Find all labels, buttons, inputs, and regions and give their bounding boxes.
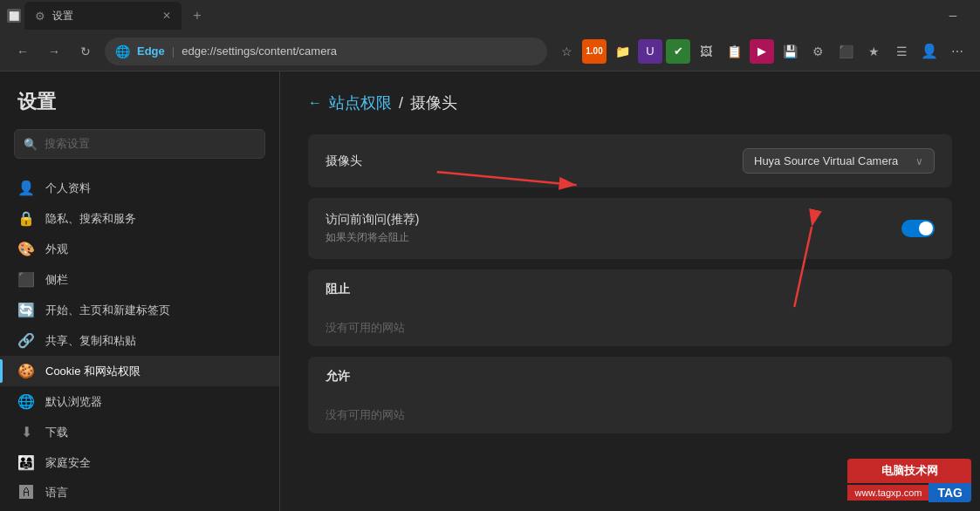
ext-clip-button[interactable]: 📋 — [722, 39, 746, 64]
sidebar-item-label: 下载 — [45, 425, 68, 440]
tab-gear-icon: ⚙ — [35, 10, 45, 23]
main-layout: 设置 🔍 搜索设置 👤 个人资料 🔒 隐私、搜索和服务 🎨 外观 ⬛ 侧栏 🔄 … — [0, 72, 980, 511]
address-separator: | — [172, 44, 175, 58]
address-globe-icon: 🌐 — [115, 44, 130, 58]
block-empty: 没有可用的网站 — [308, 310, 952, 346]
sidebar-item-family[interactable]: 👨‍👩‍👧 家庭安全 — [0, 447, 279, 478]
allow-section-header: 允许 — [308, 357, 952, 397]
sidebar-item-label: 侧栏 — [45, 272, 68, 288]
sidebar-item-label: 个人资料 — [45, 181, 91, 196]
profile-icon: 👤 — [17, 180, 35, 196]
sidebar-item-label: 默认浏览器 — [45, 394, 102, 410]
start-icon: 🔄 — [17, 302, 35, 318]
breadcrumb-separator: / — [399, 94, 403, 112]
sidebar-item-browser[interactable]: 🌐 默认浏览器 — [0, 386, 279, 417]
ext-u-button[interactable]: U — [638, 39, 662, 64]
sidebar-item-language[interactable]: 🅰 语言 — [0, 478, 279, 508]
ext-check-button[interactable]: ✔ — [666, 39, 690, 64]
titlebar: ⬜ ⚙ 设置 ✕ + ─ — [0, 0, 980, 31]
split-view-button[interactable]: ⬛ — [833, 39, 858, 64]
appearance-icon: 🎨 — [17, 241, 35, 257]
sidebar-item-printer[interactable]: 🖨 打印机 — [0, 508, 279, 511]
sidebar-item-appearance[interactable]: 🎨 外观 — [0, 234, 279, 264]
lock-icon: 🔒 — [17, 210, 35, 227]
sidebar: 设置 🔍 搜索设置 👤 个人资料 🔒 隐私、搜索和服务 🎨 外观 ⬛ 侧栏 🔄 … — [0, 72, 279, 511]
settings-tab[interactable]: ⚙ 设置 ✕ — [24, 2, 182, 30]
profile-button[interactable]: 👤 — [917, 39, 942, 64]
sidebar-item-label: Cookie 和网站权限 — [45, 364, 140, 379]
camera-dropdown-value: Huya Source Virtual Camera — [754, 154, 898, 167]
refresh-button[interactable]: ↻ — [73, 39, 98, 64]
sidebar-title: 设置 — [0, 89, 279, 129]
language-icon: 🅰 — [17, 485, 35, 501]
breadcrumb-current: 摄像头 — [410, 92, 457, 113]
sidebar-item-share[interactable]: 🔗 共享、复制和粘贴 — [0, 325, 279, 356]
ext-score-button[interactable]: 1.00 — [582, 39, 607, 64]
ext-bookmark-button[interactable]: 📁 — [610, 39, 634, 64]
tab-title: 设置 — [52, 9, 73, 24]
watermark-main: 电脑技术网 — [847, 459, 971, 483]
breadcrumb-back-button[interactable]: ← — [308, 95, 322, 111]
ask-label: 访问前询问(推荐) — [326, 212, 419, 228]
sidebar-item-label: 家庭安全 — [45, 455, 91, 471]
fav-button[interactable]: ★ — [861, 39, 886, 64]
search-box[interactable]: 🔍 搜索设置 — [14, 129, 265, 159]
chevron-down-icon: ∨ — [915, 155, 923, 167]
ask-card: 访问前询问(推荐) 如果关闭将会阻止 — [308, 198, 952, 259]
sidebar-item-label: 外观 — [45, 242, 68, 257]
breadcrumb: ← 站点权限 / 摄像头 — [308, 92, 952, 113]
ask-toggle[interactable] — [901, 220, 935, 237]
tab-close-button[interactable]: ✕ — [162, 10, 171, 22]
download-icon: ⬇ — [17, 424, 35, 440]
share-icon: 🔗 — [17, 332, 35, 349]
search-input[interactable]: 搜索设置 — [45, 136, 90, 152]
ext-image-button[interactable]: 🖼 — [694, 39, 718, 64]
browser-icon: 🌐 — [17, 393, 35, 410]
sidebar-item-downloads[interactable]: ⬇ 下载 — [0, 417, 279, 447]
sidebar-item-label: 开始、主页和新建标签页 — [45, 303, 170, 318]
star-button[interactable]: ☆ — [554, 39, 579, 64]
address-bar[interactable]: 🌐 Edge | edge://settings/content/camera — [105, 37, 547, 65]
cookies-icon: 🍪 — [17, 363, 35, 379]
ext-save-button[interactable]: 💾 — [778, 39, 802, 64]
minimize-button[interactable]: ─ — [933, 2, 973, 30]
allow-card: 允许 没有可用的网站 — [308, 357, 952, 433]
sidebar-item-label: 共享、复制和粘贴 — [45, 333, 136, 349]
sidebar-item-label: 隐私、搜索和服务 — [45, 211, 136, 227]
camera-row: 摄像头 Huya Source Virtual Camera ∨ — [308, 134, 952, 187]
allow-empty: 没有可用的网站 — [308, 397, 952, 433]
nav-tools: ☆ 1.00 📁 U ✔ 🖼 📋 ▶ 💾 ⚙ ⬛ ★ ☰ 👤 ⋯ — [554, 39, 970, 64]
ask-sublabel: 如果关闭将会阻止 — [326, 230, 419, 245]
new-tab-button[interactable]: + — [185, 3, 209, 28]
ext-video-button[interactable]: ▶ — [750, 39, 774, 64]
ask-row: 访问前询问(推荐) 如果关闭将会阻止 — [308, 198, 952, 259]
block-section-header: 阻止 — [308, 269, 952, 310]
sidebar-item-sidebar[interactable]: ⬛ 侧栏 — [0, 264, 279, 295]
watermark-tag: TAG — [929, 483, 971, 502]
sidebar-item-privacy[interactable]: 🔒 隐私、搜索和服务 — [0, 203, 279, 234]
sidebar-icon: ⬛ — [17, 271, 35, 288]
forward-button[interactable]: → — [42, 39, 66, 64]
camera-card: 摄像头 Huya Source Virtual Camera ∨ — [308, 134, 952, 187]
settings-button[interactable]: ⚙ — [805, 39, 830, 64]
edge-label: Edge — [137, 44, 165, 58]
back-button[interactable]: ← — [10, 39, 35, 64]
ask-text-group: 访问前询问(推荐) 如果关闭将会阻止 — [326, 212, 419, 245]
window-icon: ⬜ — [7, 9, 21, 23]
sidebar-item-start[interactable]: 🔄 开始、主页和新建标签页 — [0, 295, 279, 325]
address-path: edge://settings/content/camera — [182, 44, 337, 58]
breadcrumb-link[interactable]: 站点权限 — [329, 92, 392, 113]
collections-button[interactable]: ☰ — [889, 39, 914, 64]
watermark: 电脑技术网 www.tagxp.com TAG — [847, 459, 971, 502]
watermark-url: www.tagxp.com — [847, 485, 929, 501]
camera-dropdown[interactable]: Huya Source Virtual Camera ∨ — [743, 148, 935, 174]
content-wrap: ← 站点权限 / 摄像头 摄像头 Huya Source Virtual Cam… — [280, 72, 980, 511]
sidebar-item-cookies[interactable]: 🍪 Cookie 和网站权限 — [0, 356, 279, 386]
more-button[interactable]: ⋯ — [945, 39, 970, 64]
sidebar-item-label: 语言 — [45, 485, 68, 501]
camera-label: 摄像头 — [326, 153, 362, 169]
sidebar-item-profile[interactable]: 👤 个人资料 — [0, 173, 279, 203]
content: ← 站点权限 / 摄像头 摄像头 Huya Source Virtual Cam… — [280, 72, 980, 465]
search-icon: 🔍 — [24, 138, 38, 151]
navbar: ← → ↻ 🌐 Edge | edge://settings/content/c… — [0, 31, 980, 72]
